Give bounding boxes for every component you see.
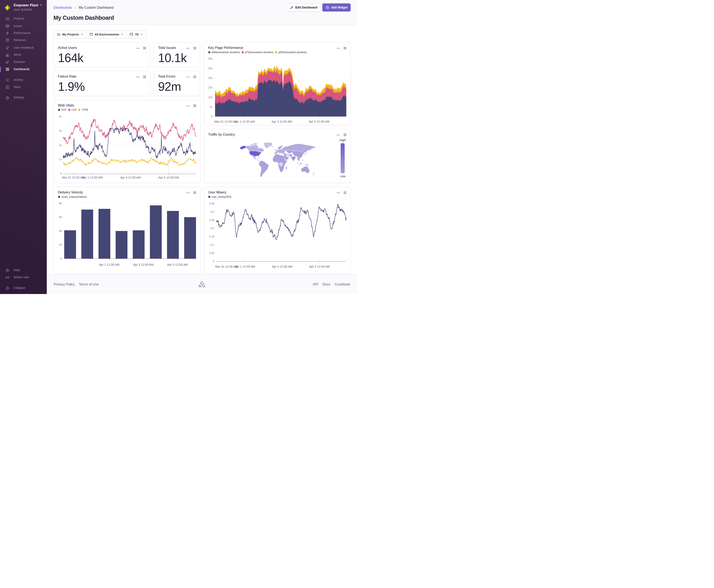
svg-text:0.3: 0.3 — [211, 210, 214, 213]
svg-text:Apr 5 12:00 AM: Apr 5 12:00 AM — [158, 176, 179, 179]
svg-text:20s: 20s — [208, 76, 212, 79]
svg-text:0: 0 — [211, 115, 213, 118]
svg-text:Apr 3 12:00 AM: Apr 3 12:00 AM — [272, 120, 292, 123]
svg-text:4s: 4s — [59, 115, 62, 118]
svg-text:Apr 1 12:00 AM: Apr 1 12:00 AM — [99, 263, 120, 266]
svg-text:Apr 1 12:00 AM: Apr 1 12:00 AM — [234, 120, 255, 123]
svg-text:Mar 31 12:00 AM: Mar 31 12:00 AM — [62, 176, 85, 179]
svg-text:1s: 1s — [59, 158, 62, 161]
svg-text:Apr 5 12:00 AM: Apr 5 12:00 AM — [309, 120, 329, 123]
svg-text:40: 40 — [59, 230, 62, 233]
svg-text:5s: 5s — [210, 105, 212, 108]
svg-text:80: 80 — [59, 202, 62, 205]
svg-text:15s: 15s — [208, 86, 212, 89]
svg-text:0.2: 0.2 — [211, 227, 214, 230]
svg-text:60: 60 — [59, 216, 62, 219]
svg-text:0: 0 — [60, 172, 62, 175]
svg-text:Apr 5 12:00 AM: Apr 5 12:00 AM — [167, 263, 188, 266]
svg-text:Apr 5 12:00 AM: Apr 5 12:00 AM — [309, 265, 330, 268]
svg-text:Mar 31 12:00 AM: Mar 31 12:00 AM — [214, 120, 237, 123]
svg-text:0.15: 0.15 — [209, 235, 214, 238]
svg-text:0: 0 — [60, 257, 62, 260]
svg-text:30s: 30s — [208, 57, 212, 60]
svg-text:Apr 1 12:00 AM: Apr 1 12:00 AM — [234, 265, 255, 268]
svg-text:25s: 25s — [208, 67, 212, 70]
svg-text:0.25: 0.25 — [209, 218, 214, 222]
svg-text:Apr 3 12:00 AM: Apr 3 12:00 AM — [133, 263, 154, 266]
svg-text:0.05: 0.05 — [209, 252, 214, 255]
svg-text:0.35: 0.35 — [209, 202, 214, 205]
svg-text:Apr 3 12:00 AM: Apr 3 12:00 AM — [120, 176, 141, 179]
svg-text:Apr 3 12:00 AM: Apr 3 12:00 AM — [272, 265, 293, 268]
svg-text:20: 20 — [59, 244, 62, 246]
svg-text:0: 0 — [213, 260, 214, 263]
svg-text:Apr 1 12:00 AM: Apr 1 12:00 AM — [82, 176, 103, 179]
svg-text:2s: 2s — [59, 144, 62, 147]
svg-text:0.1: 0.1 — [211, 244, 214, 246]
svg-text:10s: 10s — [208, 96, 212, 99]
svg-text:3s: 3s — [59, 129, 62, 132]
